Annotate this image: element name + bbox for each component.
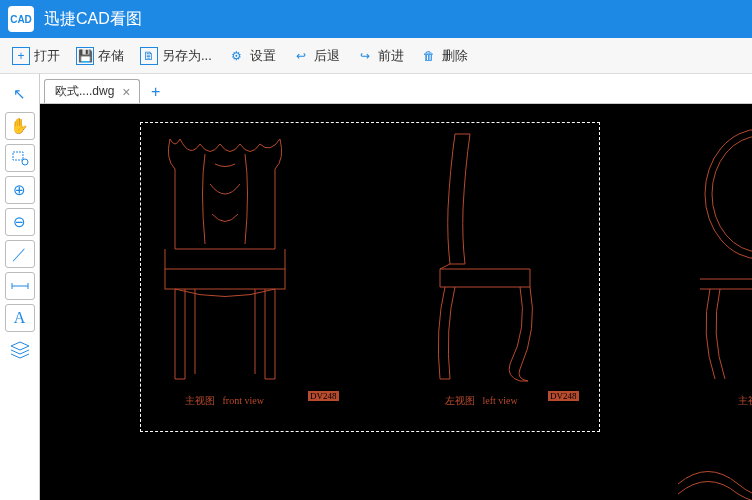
select-tool[interactable]: ↖ [5, 80, 35, 108]
line-tool[interactable]: ／ [5, 240, 35, 268]
svg-point-23 [712, 136, 752, 252]
layers-icon [9, 341, 31, 359]
svg-marker-5 [11, 342, 29, 350]
zoom-out-tool[interactable]: ⊖ [5, 208, 35, 236]
chair-front-drawing [150, 129, 300, 389]
window-select-tool[interactable] [5, 144, 35, 172]
front2-label-cn: 主视图 [738, 395, 752, 406]
titlebar: CAD 迅捷CAD看图 [0, 0, 752, 38]
measure-tool[interactable] [5, 272, 35, 300]
save-label: 存储 [98, 47, 124, 65]
forward-label: 前进 [378, 47, 404, 65]
forward-button[interactable]: ↪ 前进 [350, 44, 410, 68]
settings-button[interactable]: ⚙ 设置 [222, 44, 282, 68]
tab-active[interactable]: 欧式....dwg × [44, 79, 140, 103]
delete-label: 删除 [442, 47, 468, 65]
left-view-label-cn: 左视图 [445, 395, 475, 406]
save-button[interactable]: 💾 存储 [70, 44, 130, 68]
forward-arrow-icon: ↪ [356, 47, 374, 65]
ruler-icon [10, 280, 30, 292]
window-select-icon [11, 150, 29, 166]
saveas-label: 另存为... [162, 47, 212, 65]
svg-rect-0 [13, 152, 23, 160]
plus-icon: + [12, 47, 30, 65]
back-label: 后退 [314, 47, 340, 65]
saveas-button[interactable]: 🗎 另存为... [134, 44, 218, 68]
open-label: 打开 [34, 47, 60, 65]
open-button[interactable]: + 打开 [6, 44, 66, 68]
svg-line-19 [440, 264, 450, 269]
layers-tool[interactable] [5, 336, 35, 364]
side-toolbar: ↖ ✋ ⊕ ⊖ ／ A [0, 74, 40, 500]
front-view-label-cn: 主视图 [185, 395, 215, 406]
svg-point-1 [22, 159, 28, 165]
pan-tool[interactable]: ✋ [5, 112, 35, 140]
saveas-icon: 🗎 [140, 47, 158, 65]
tag-2: DV248 [548, 391, 579, 401]
trash-icon: 🗑 [420, 47, 438, 65]
app-icon: CAD [8, 6, 34, 32]
chair-side-drawing [410, 129, 550, 389]
front-view-label-en: front view [223, 395, 264, 406]
new-tab-button[interactable]: + [144, 81, 168, 103]
left-view-label-en: left view [483, 395, 518, 406]
back-button[interactable]: ↩ 后退 [286, 44, 346, 68]
back-arrow-icon: ↩ [292, 47, 310, 65]
tab-bar: 欧式....dwg × + [40, 74, 752, 104]
toolbar: + 打开 💾 存储 🗎 另存为... ⚙ 设置 ↩ 后退 ↪ 前进 🗑 删除 [0, 38, 752, 74]
app-title: 迅捷CAD看图 [44, 9, 142, 30]
save-icon: 💾 [76, 47, 94, 65]
text-tool[interactable]: A [5, 304, 35, 332]
tab-label: 欧式....dwg [55, 83, 114, 100]
partial-bottom-drawing [668, 454, 752, 500]
vanity-drawing [680, 124, 752, 394]
delete-button[interactable]: 🗑 删除 [414, 44, 474, 68]
drawing-canvas[interactable]: 主视图 front view DV248 左视图 left view DV248… [40, 104, 752, 500]
gear-icon: ⚙ [228, 47, 246, 65]
zoom-in-tool[interactable]: ⊕ [5, 176, 35, 204]
settings-label: 设置 [250, 47, 276, 65]
tab-close-icon[interactable]: × [122, 84, 130, 100]
svg-rect-6 [165, 269, 285, 289]
tag-1: DV248 [308, 391, 339, 401]
